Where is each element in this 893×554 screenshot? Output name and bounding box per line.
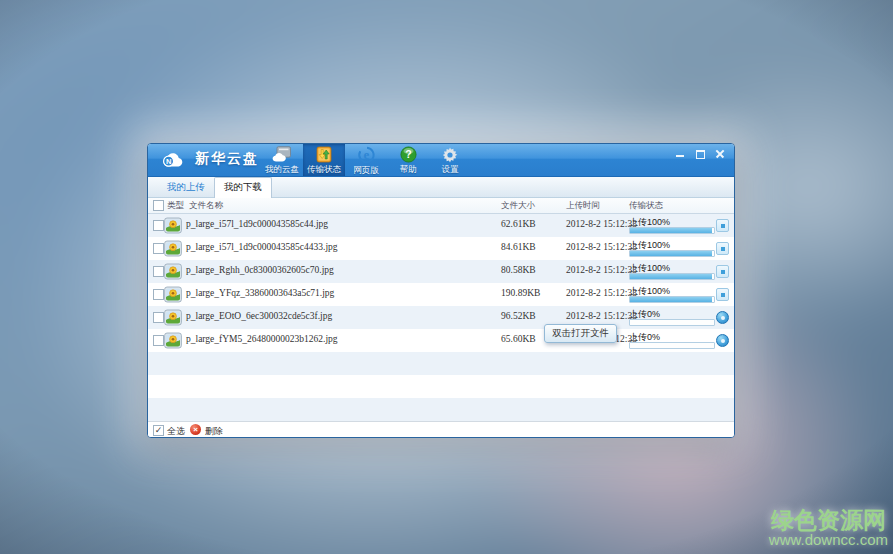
progress-bar <box>629 227 715 234</box>
image-file-icon <box>164 332 182 349</box>
empty-row <box>148 398 734 421</box>
column-header-name: 文件名称 <box>189 200 223 212</box>
watermark-site-name: 绿色资源网 <box>769 508 888 532</box>
svg-text:e: e <box>363 147 369 162</box>
progress-bar <box>629 319 715 326</box>
table-row[interactable]: p_large_Rghh_0c83000362605c70.jpg 80.58K… <box>148 260 734 283</box>
file-size: 84.61KB <box>501 242 536 252</box>
stop-button[interactable] <box>716 242 729 255</box>
upload-time: 2012-8-2 15:12:33 <box>566 311 637 321</box>
file-rows: 双击打开文件 p_large_i57l_1d9c000043585c44.jpg… <box>148 214 734 421</box>
title-bar[interactable]: N 新华云盘 我的云盘 <box>148 144 734 177</box>
stop-button[interactable] <box>716 265 729 278</box>
watermark: 绿色资源网 www.downcc.com <box>769 508 888 548</box>
row-checkbox[interactable] <box>153 312 164 323</box>
toolbar-item-web-version[interactable]: e 网页版 <box>345 144 387 176</box>
image-file-icon <box>164 309 182 326</box>
toolbar-item-help[interactable]: ? 帮助 <box>387 144 429 176</box>
gear-icon <box>442 146 458 163</box>
table-row[interactable]: p_large_EOtO_6ec300032cde5c3f.jpg 96.52K… <box>148 306 734 329</box>
file-size: 80.58KB <box>501 265 536 275</box>
column-header-size: 文件大小 <box>501 200 535 212</box>
stop-button[interactable] <box>716 219 729 232</box>
column-header-time: 上传时间 <box>566 200 600 212</box>
file-size: 96.52KB <box>501 311 536 321</box>
tab-bar: 我的上传 我的下载 <box>148 177 734 198</box>
svg-text:N: N <box>166 157 171 166</box>
row-checkbox[interactable] <box>153 243 164 254</box>
toolbar-item-transfer-status[interactable]: 传输状态 <box>303 144 345 176</box>
select-all-header-checkbox[interactable] <box>153 200 164 211</box>
file-name: p_large_YFqz_33860003643a5c71.jpg <box>186 288 334 298</box>
progress-bar <box>629 342 715 349</box>
footer-bar: ✓ 全选 × 删除 <box>148 421 734 438</box>
transfer-status-icon <box>315 146 333 163</box>
file-size: 65.60KB <box>501 334 536 344</box>
toolbar: 我的云盘 传输状态 e <box>261 144 471 176</box>
file-size: 190.89KB <box>501 288 540 298</box>
image-file-icon <box>164 217 182 234</box>
select-all-checkbox[interactable]: ✓ <box>153 425 164 436</box>
tab-my-uploads[interactable]: 我的上传 <box>158 178 214 197</box>
maximize-icon[interactable] <box>695 149 706 159</box>
upload-time: 2012-8-2 15:12:33 <box>566 288 637 298</box>
empty-row <box>148 352 734 375</box>
row-checkbox[interactable] <box>153 266 164 277</box>
file-size: 62.61KB <box>501 219 536 229</box>
table-row[interactable]: p_large_YFqz_33860003643a5c71.jpg 190.89… <box>148 283 734 306</box>
upload-time: 2012-8-2 15:12:33 <box>566 265 637 275</box>
ie-browser-icon: e <box>357 146 376 164</box>
toolbar-label: 设置 <box>442 164 459 176</box>
row-checkbox[interactable] <box>153 220 164 231</box>
resume-button[interactable] <box>716 311 729 324</box>
file-name: p_large_i57l_1d9c000043585c4433.jpg <box>186 242 338 252</box>
image-file-icon <box>164 286 182 303</box>
table-row[interactable]: p_large_fYM5_26480000023b1262.jpg 65.60K… <box>148 329 734 352</box>
progress-bar <box>629 250 715 257</box>
tab-my-downloads[interactable]: 我的下载 <box>214 177 272 198</box>
toolbar-label: 传输状态 <box>307 164 341 176</box>
file-name: p_large_EOtO_6ec300032cde5c3f.jpg <box>186 311 332 321</box>
table-row[interactable]: p_large_i57l_1d9c000043585c4433.jpg 84.6… <box>148 237 734 260</box>
row-checkbox[interactable] <box>153 335 164 346</box>
toolbar-label: 网页版 <box>353 165 379 177</box>
file-name: p_large_Rghh_0c83000362605c70.jpg <box>186 265 334 275</box>
app-window: N 新华云盘 我的云盘 <box>147 143 735 438</box>
app-title: 新华云盘 <box>195 150 259 168</box>
help-icon: ? <box>400 146 417 163</box>
close-icon[interactable] <box>715 149 726 159</box>
upload-time: 2012-8-2 15:12:33 <box>566 219 637 229</box>
minimize-icon[interactable] <box>675 149 686 159</box>
upload-time: 2012-8-2 15:12:33 <box>566 242 637 252</box>
progress-bar <box>629 273 715 280</box>
progress-bar <box>629 296 715 303</box>
delete-label[interactable]: 删除 <box>205 425 223 438</box>
image-file-icon <box>164 263 182 280</box>
toolbar-label: 我的云盘 <box>265 164 299 176</box>
delete-icon[interactable]: × <box>190 424 201 435</box>
app-logo: N 新华云盘 <box>160 149 259 169</box>
table-header: 类型 文件名称 文件大小 上传时间 传输状态 <box>148 198 734 214</box>
resume-button[interactable] <box>716 334 729 347</box>
row-checkbox[interactable] <box>153 289 164 300</box>
empty-row <box>148 375 734 398</box>
svg-text:?: ? <box>405 148 411 160</box>
file-name: p_large_fYM5_26480000023b1262.jpg <box>186 334 338 344</box>
table-row[interactable]: p_large_i57l_1d9c000043585c44.jpg 62.61K… <box>148 214 734 237</box>
watermark-site-url: www.downcc.com <box>769 532 888 548</box>
window-controls <box>675 149 726 159</box>
select-all-label[interactable]: 全选 <box>167 425 185 438</box>
open-file-tooltip: 双击打开文件 <box>544 324 617 343</box>
toolbar-item-my-cloud[interactable]: 我的云盘 <box>261 144 303 176</box>
stop-button[interactable] <box>716 288 729 301</box>
file-name: p_large_i57l_1d9c000043585c44.jpg <box>186 219 328 229</box>
cloud-drive-icon <box>272 146 292 163</box>
toolbar-item-settings[interactable]: 设置 <box>429 144 471 176</box>
column-header-status: 传输状态 <box>629 200 663 212</box>
toolbar-label: 帮助 <box>400 164 417 176</box>
cloud-logo-icon: N <box>160 149 190 169</box>
image-file-icon <box>164 240 182 257</box>
column-header-type: 类型 <box>167 200 184 212</box>
